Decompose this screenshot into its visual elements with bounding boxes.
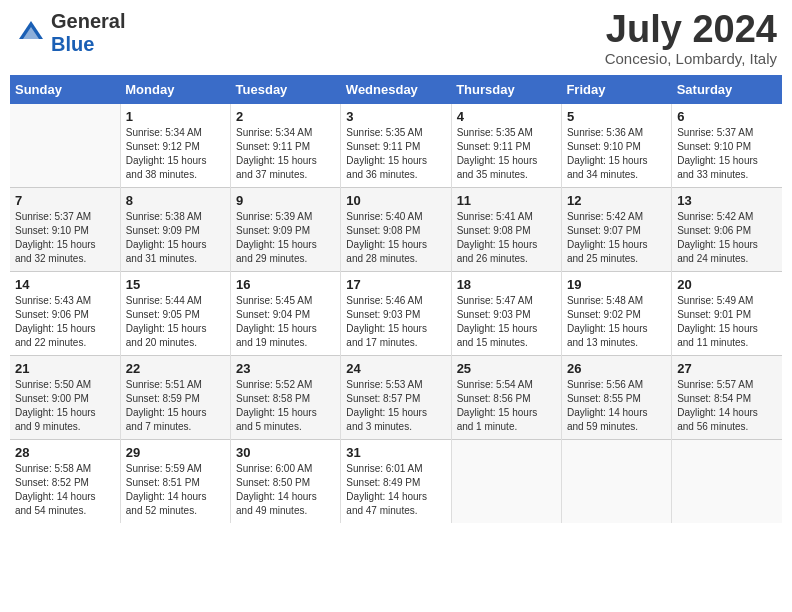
day-info: Sunrise: 5:45 AM Sunset: 9:04 PM Dayligh… [236,294,335,350]
location: Concesio, Lombardy, Italy [605,50,777,67]
day-number: 22 [126,361,225,376]
calendar-cell: 10Sunrise: 5:40 AM Sunset: 9:08 PM Dayli… [341,188,451,272]
day-number: 12 [567,193,666,208]
weekday-header-saturday: Saturday [672,75,782,104]
day-info: Sunrise: 5:42 AM Sunset: 9:07 PM Dayligh… [567,210,666,266]
day-number: 13 [677,193,777,208]
calendar-cell: 14Sunrise: 5:43 AM Sunset: 9:06 PM Dayli… [10,272,120,356]
month-title: July 2024 [605,10,777,48]
calendar-cell: 22Sunrise: 5:51 AM Sunset: 8:59 PM Dayli… [120,356,230,440]
calendar-cell: 6Sunrise: 5:37 AM Sunset: 9:10 PM Daylig… [672,104,782,188]
day-number: 30 [236,445,335,460]
day-info: Sunrise: 5:37 AM Sunset: 9:10 PM Dayligh… [677,126,777,182]
calendar-cell: 8Sunrise: 5:38 AM Sunset: 9:09 PM Daylig… [120,188,230,272]
day-info: Sunrise: 5:35 AM Sunset: 9:11 PM Dayligh… [346,126,445,182]
calendar-cell: 17Sunrise: 5:46 AM Sunset: 9:03 PM Dayli… [341,272,451,356]
week-row-4: 21Sunrise: 5:50 AM Sunset: 9:00 PM Dayli… [10,356,782,440]
day-info: Sunrise: 5:46 AM Sunset: 9:03 PM Dayligh… [346,294,445,350]
day-number: 29 [126,445,225,460]
day-info: Sunrise: 5:36 AM Sunset: 9:10 PM Dayligh… [567,126,666,182]
day-info: Sunrise: 5:37 AM Sunset: 9:10 PM Dayligh… [15,210,115,266]
logo-text: General Blue [51,10,125,56]
calendar-cell: 23Sunrise: 5:52 AM Sunset: 8:58 PM Dayli… [231,356,341,440]
day-number: 18 [457,277,556,292]
calendar-cell: 20Sunrise: 5:49 AM Sunset: 9:01 PM Dayli… [672,272,782,356]
day-info: Sunrise: 5:54 AM Sunset: 8:56 PM Dayligh… [457,378,556,434]
day-number: 31 [346,445,445,460]
calendar-cell: 9Sunrise: 5:39 AM Sunset: 9:09 PM Daylig… [231,188,341,272]
calendar-cell: 15Sunrise: 5:44 AM Sunset: 9:05 PM Dayli… [120,272,230,356]
calendar-cell: 19Sunrise: 5:48 AM Sunset: 9:02 PM Dayli… [561,272,671,356]
day-info: Sunrise: 5:59 AM Sunset: 8:51 PM Dayligh… [126,462,225,518]
day-info: Sunrise: 5:51 AM Sunset: 8:59 PM Dayligh… [126,378,225,434]
day-number: 10 [346,193,445,208]
day-number: 21 [15,361,115,376]
day-info: Sunrise: 5:40 AM Sunset: 9:08 PM Dayligh… [346,210,445,266]
calendar-cell: 12Sunrise: 5:42 AM Sunset: 9:07 PM Dayli… [561,188,671,272]
day-info: Sunrise: 5:53 AM Sunset: 8:57 PM Dayligh… [346,378,445,434]
calendar-cell: 30Sunrise: 6:00 AM Sunset: 8:50 PM Dayli… [231,440,341,524]
day-info: Sunrise: 5:38 AM Sunset: 9:09 PM Dayligh… [126,210,225,266]
weekday-header-row: SundayMondayTuesdayWednesdayThursdayFrid… [10,75,782,104]
calendar-table: SundayMondayTuesdayWednesdayThursdayFrid… [10,75,782,523]
day-number: 15 [126,277,225,292]
day-number: 9 [236,193,335,208]
calendar-cell: 28Sunrise: 5:58 AM Sunset: 8:52 PM Dayli… [10,440,120,524]
weekday-header-tuesday: Tuesday [231,75,341,104]
calendar-cell: 13Sunrise: 5:42 AM Sunset: 9:06 PM Dayli… [672,188,782,272]
calendar-cell: 5Sunrise: 5:36 AM Sunset: 9:10 PM Daylig… [561,104,671,188]
weekday-header-wednesday: Wednesday [341,75,451,104]
day-info: Sunrise: 6:01 AM Sunset: 8:49 PM Dayligh… [346,462,445,518]
day-info: Sunrise: 5:49 AM Sunset: 9:01 PM Dayligh… [677,294,777,350]
day-number: 25 [457,361,556,376]
day-info: Sunrise: 5:57 AM Sunset: 8:54 PM Dayligh… [677,378,777,434]
day-info: Sunrise: 5:41 AM Sunset: 9:08 PM Dayligh… [457,210,556,266]
calendar-cell: 7Sunrise: 5:37 AM Sunset: 9:10 PM Daylig… [10,188,120,272]
calendar-cell: 21Sunrise: 5:50 AM Sunset: 9:00 PM Dayli… [10,356,120,440]
day-number: 11 [457,193,556,208]
day-number: 26 [567,361,666,376]
day-info: Sunrise: 5:34 AM Sunset: 9:11 PM Dayligh… [236,126,335,182]
day-info: Sunrise: 5:35 AM Sunset: 9:11 PM Dayligh… [457,126,556,182]
weekday-header-monday: Monday [120,75,230,104]
day-info: Sunrise: 5:39 AM Sunset: 9:09 PM Dayligh… [236,210,335,266]
day-info: Sunrise: 5:58 AM Sunset: 8:52 PM Dayligh… [15,462,115,518]
calendar-cell: 29Sunrise: 5:59 AM Sunset: 8:51 PM Dayli… [120,440,230,524]
day-number: 4 [457,109,556,124]
day-info: Sunrise: 5:50 AM Sunset: 9:00 PM Dayligh… [15,378,115,434]
logo-icon [15,17,47,49]
calendar-cell [451,440,561,524]
day-number: 16 [236,277,335,292]
day-number: 27 [677,361,777,376]
calendar-cell: 24Sunrise: 5:53 AM Sunset: 8:57 PM Dayli… [341,356,451,440]
calendar-cell [10,104,120,188]
day-number: 7 [15,193,115,208]
weekday-header-thursday: Thursday [451,75,561,104]
calendar-cell: 11Sunrise: 5:41 AM Sunset: 9:08 PM Dayli… [451,188,561,272]
day-number: 3 [346,109,445,124]
page-header: General Blue July 2024 Concesio, Lombard… [10,10,782,67]
day-info: Sunrise: 5:56 AM Sunset: 8:55 PM Dayligh… [567,378,666,434]
day-info: Sunrise: 5:42 AM Sunset: 9:06 PM Dayligh… [677,210,777,266]
calendar-cell: 27Sunrise: 5:57 AM Sunset: 8:54 PM Dayli… [672,356,782,440]
weekday-header-sunday: Sunday [10,75,120,104]
day-info: Sunrise: 5:34 AM Sunset: 9:12 PM Dayligh… [126,126,225,182]
calendar-cell: 3Sunrise: 5:35 AM Sunset: 9:11 PM Daylig… [341,104,451,188]
day-number: 28 [15,445,115,460]
title-block: July 2024 Concesio, Lombardy, Italy [605,10,777,67]
day-number: 24 [346,361,445,376]
week-row-5: 28Sunrise: 5:58 AM Sunset: 8:52 PM Dayli… [10,440,782,524]
day-info: Sunrise: 6:00 AM Sunset: 8:50 PM Dayligh… [236,462,335,518]
day-number: 17 [346,277,445,292]
day-number: 20 [677,277,777,292]
week-row-2: 7Sunrise: 5:37 AM Sunset: 9:10 PM Daylig… [10,188,782,272]
weekday-header-friday: Friday [561,75,671,104]
day-number: 8 [126,193,225,208]
day-info: Sunrise: 5:52 AM Sunset: 8:58 PM Dayligh… [236,378,335,434]
day-number: 5 [567,109,666,124]
calendar-body: 1Sunrise: 5:34 AM Sunset: 9:12 PM Daylig… [10,104,782,523]
week-row-1: 1Sunrise: 5:34 AM Sunset: 9:12 PM Daylig… [10,104,782,188]
calendar-cell: 2Sunrise: 5:34 AM Sunset: 9:11 PM Daylig… [231,104,341,188]
day-number: 6 [677,109,777,124]
day-info: Sunrise: 5:44 AM Sunset: 9:05 PM Dayligh… [126,294,225,350]
